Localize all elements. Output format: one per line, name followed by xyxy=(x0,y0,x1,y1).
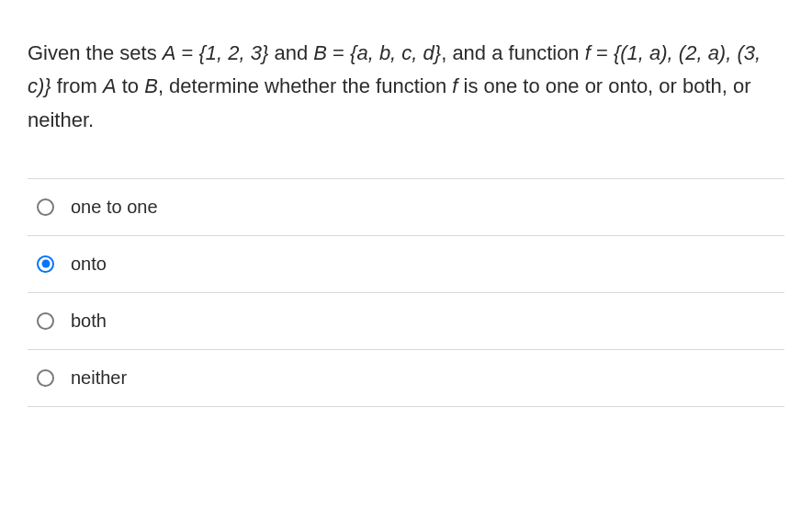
q-setB-value: {a, b, c, d} xyxy=(350,41,441,64)
option-label: one to one xyxy=(71,197,158,218)
q-part4: , determine whether the function xyxy=(158,74,452,97)
option-onto[interactable]: onto xyxy=(28,236,784,293)
option-label: neither xyxy=(71,367,127,389)
q-setA-label: A xyxy=(163,41,176,64)
q-part3: from xyxy=(51,74,103,97)
option-one-to-one[interactable]: one to one xyxy=(28,179,784,236)
question-text: Given the sets A = {1, 2, 3} and B = {a,… xyxy=(28,37,784,137)
q-A2: A xyxy=(103,74,117,97)
q-part2: , and a function xyxy=(441,41,585,64)
q-eq1: = xyxy=(175,41,198,64)
q-setB-label: B xyxy=(313,41,327,64)
options-list: one to one onto both neither xyxy=(28,178,784,407)
q-B2: B xyxy=(144,74,158,97)
option-label: onto xyxy=(71,254,107,275)
q-setA-value: {1, 2, 3} xyxy=(199,41,269,64)
q-to: to xyxy=(117,74,145,97)
option-label: both xyxy=(71,311,107,332)
radio-icon xyxy=(37,255,54,273)
q-eq2: = xyxy=(327,41,350,64)
q-and1: and xyxy=(268,41,313,64)
radio-icon xyxy=(37,369,54,387)
radio-icon xyxy=(37,198,54,216)
option-both[interactable]: both xyxy=(28,293,784,350)
q-eq3: = xyxy=(591,41,614,64)
radio-icon xyxy=(37,312,54,330)
q-part1: Given the sets xyxy=(28,41,163,64)
option-neither[interactable]: neither xyxy=(28,350,784,407)
